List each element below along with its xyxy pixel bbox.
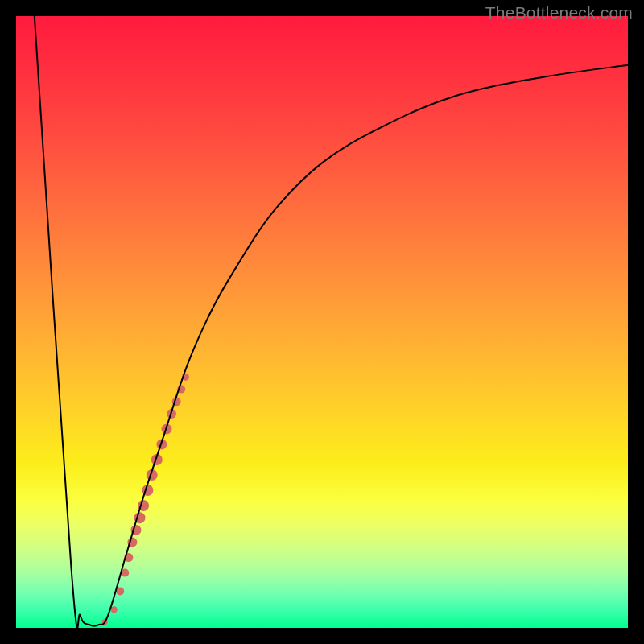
chart-svg bbox=[0, 0, 644, 644]
bottleneck-curve bbox=[35, 16, 628, 628]
chart-group bbox=[35, 16, 628, 628]
data-marker bbox=[111, 606, 118, 613]
watermark-text: TheBottleneck.com bbox=[485, 3, 633, 23]
